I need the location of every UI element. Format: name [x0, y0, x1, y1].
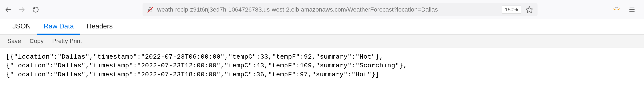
arrow-right-icon: [18, 6, 25, 13]
tab-headers[interactable]: Headers: [80, 18, 119, 35]
zoom-badge[interactable]: 150%: [502, 5, 521, 14]
svg-marker-4: [526, 6, 532, 13]
tab-json[interactable]: JSON: [6, 18, 37, 35]
browser-toolbar: weath-recip-z91t6nj3ed7h-1064726783.us-w…: [0, 0, 644, 19]
reload-icon: [32, 6, 39, 13]
hamburger-menu-icon[interactable]: [628, 6, 636, 13]
pretty-print-button[interactable]: Pretty Print: [51, 37, 83, 45]
nav-buttons-group: [4, 6, 40, 13]
save-button[interactable]: Save: [6, 37, 22, 45]
action-bar: Save Copy Pretty Print: [0, 35, 644, 48]
tab-raw-data[interactable]: Raw Data: [37, 18, 80, 35]
copy-button[interactable]: Copy: [28, 37, 45, 45]
insecure-lock-icon: [147, 6, 154, 13]
back-button[interactable]: [4, 6, 12, 13]
forward-button[interactable]: [18, 6, 26, 13]
bookmark-star-icon[interactable]: [526, 6, 533, 13]
arrow-left-icon: [5, 6, 12, 13]
reload-button[interactable]: [32, 6, 40, 13]
url-bar[interactable]: weath-recip-z91t6nj3ed7h-1064726783.us-w…: [142, 3, 538, 16]
amazon-swoosh-icon: aws: [612, 7, 621, 12]
extension-icon[interactable]: aws: [612, 6, 621, 13]
raw-json-content[interactable]: [{"location":"Dallas","timestamp":"2022-…: [0, 48, 644, 84]
toolbar-right-group: aws: [604, 6, 640, 13]
svg-text:aws: aws: [615, 7, 618, 9]
url-text: weath-recip-z91t6nj3ed7h-1064726783.us-w…: [157, 6, 498, 13]
view-tabs: JSON Raw Data Headers: [0, 19, 644, 35]
